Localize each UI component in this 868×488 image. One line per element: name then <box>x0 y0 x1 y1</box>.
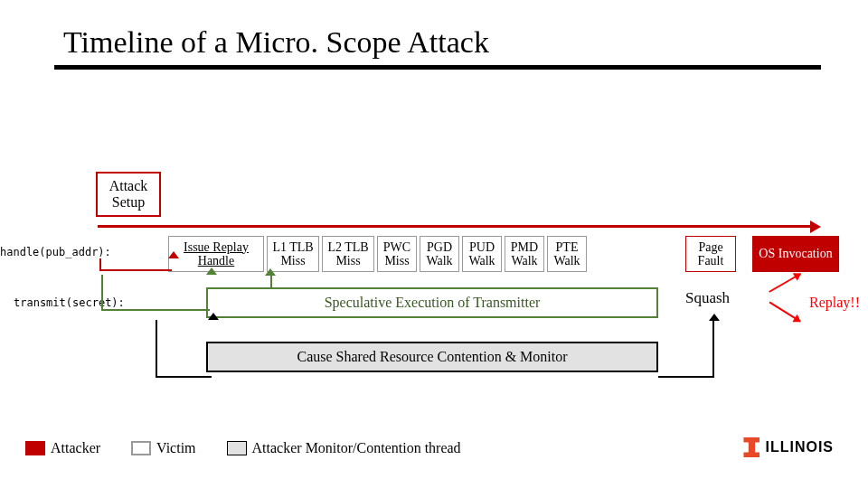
stage-pud-walk: PUD Walk <box>462 236 502 272</box>
contention-box: Cause Shared Resource Contention & Monit… <box>206 342 658 372</box>
speculative-execution-box: Speculative Execution of Transmitter <box>206 287 658 318</box>
stage-l1-tlb-miss: L1 TLB Miss <box>267 236 319 272</box>
stage-l2-tlb-miss: L2 TLB Miss <box>322 236 374 272</box>
stage-pwc-miss: PWC Miss <box>377 236 417 272</box>
stage-pgd-walk: PGD Walk <box>420 236 459 272</box>
illinois-block-i-icon <box>743 437 760 457</box>
title-rule <box>54 65 821 70</box>
connector-handle <box>99 258 172 271</box>
page-fault-box: Page Fault <box>685 236 736 272</box>
legend-swatch-victim <box>131 441 151 455</box>
timeline-arrow <box>98 221 821 232</box>
replay-arrow-down <box>769 302 801 323</box>
connector-spec <box>101 275 210 311</box>
page-title: Timeline of a Micro. Scope Attack <box>0 0 868 65</box>
legend-swatch-attacker <box>25 441 45 455</box>
illinois-wordmark: ILLINOIS <box>765 439 834 455</box>
stage-pte-walk: PTE Walk <box>547 236 587 272</box>
illinois-logo: ILLINOIS <box>743 437 834 457</box>
squash-label: Squash <box>685 289 730 307</box>
stage-issue-replay-handle: Issue Replay Handle <box>168 236 264 272</box>
replay-label: Replay!! <box>809 295 860 311</box>
connector-contend <box>156 320 212 378</box>
connector-contend-right <box>658 320 714 378</box>
os-invocation-box: OS Invocation <box>752 236 839 272</box>
legend: Attacker Victim Attacker Monitor/Content… <box>25 440 461 456</box>
legend-swatch-monitor <box>227 441 247 455</box>
label-handle: handle(pub_addr): <box>0 246 111 258</box>
connector-spec-arrowhead <box>265 268 276 276</box>
replay-arrow-up <box>769 273 801 293</box>
attack-setup-box: Attack Setup <box>96 172 161 217</box>
connector-contend-arrowhead <box>709 314 720 321</box>
pipeline-row: Issue Replay Handle L1 TLB Miss L2 TLB M… <box>168 236 587 272</box>
stage-pmd-walk: PMD Walk <box>505 236 544 272</box>
legend-label-monitor: Attacker Monitor/Contention thread <box>252 440 461 456</box>
legend-label-victim: Victim <box>156 440 195 456</box>
legend-label-attacker: Attacker <box>51 440 100 456</box>
